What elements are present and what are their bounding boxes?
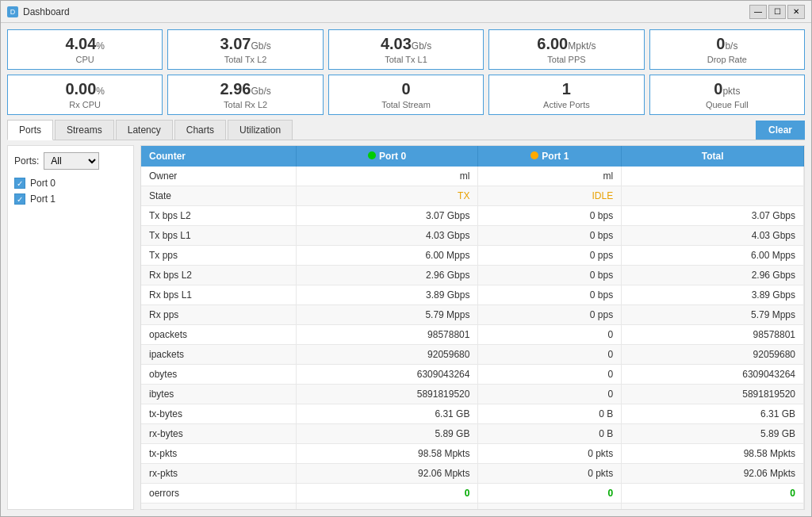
table-row: opackets98578801098578801 xyxy=(141,325,804,345)
port1-cell: 0 B xyxy=(478,424,622,444)
table-row: Tx pps6.00 Mpps0 pps6.00 Mpps xyxy=(141,246,804,266)
port0-cell: 92.06 Mpkts xyxy=(296,464,478,484)
counter-cell: rx-pkts xyxy=(141,464,296,484)
port0-cell: 0 xyxy=(296,484,478,504)
clear-button[interactable]: Clear xyxy=(756,121,805,140)
port-checkbox[interactable] xyxy=(14,178,25,189)
metric-value: 1 xyxy=(497,80,635,98)
window-title: Dashboard xyxy=(23,6,70,17)
metric-value: 0b/s xyxy=(658,35,796,53)
metric-unit: b/s xyxy=(725,40,737,52)
port-list: Port 0Port 1 xyxy=(14,178,127,205)
total-cell: 92059680 xyxy=(622,345,804,365)
port-label: Port 0 xyxy=(30,178,56,189)
metric-label: Active Ports xyxy=(497,100,635,109)
tab-streams[interactable]: Streams xyxy=(55,120,114,140)
counter-cell: rx-bytes xyxy=(141,424,296,444)
metric-unit: % xyxy=(96,86,105,97)
counter-cell: Tx bps L1 xyxy=(141,226,296,246)
total-cell: 5.89 GB xyxy=(622,424,804,444)
metric-card: 0.00%Rx CPU xyxy=(7,75,163,115)
table-row: Rx pps5.79 Mpps0 pps5.79 Mpps xyxy=(141,305,804,325)
metric-value: 2.96Gb/s xyxy=(176,80,314,98)
counter-cell: ibytes xyxy=(141,385,296,404)
sidebar: Ports: AllPort 0Port 1 Port 0Port 1 xyxy=(7,145,134,510)
port0-cell: 3.07 Gbps xyxy=(296,206,478,226)
metric-card: 4.04%CPU xyxy=(7,29,163,70)
port1-cell: 0 pkts xyxy=(478,444,622,464)
tabs-bar: PortsStreamsLatencyChartsUtilizationClea… xyxy=(7,120,805,140)
total-cell xyxy=(622,186,804,206)
metric-unit: Mpkt/s xyxy=(568,40,596,52)
port0-cell: 98.58 Mpkts xyxy=(296,444,478,464)
metric-unit: pkts xyxy=(722,86,740,97)
metric-card: 0pktsQueue Full xyxy=(649,75,805,115)
counter-cell: oerrors xyxy=(141,484,296,504)
total-cell: 6.00 Mpps xyxy=(622,246,804,266)
tab-utilization[interactable]: Utilization xyxy=(228,120,293,140)
counter-cell: ierrors xyxy=(141,504,296,511)
counter-cell: ipackets xyxy=(141,345,296,365)
table-row: Rx bps L13.89 Gbps0 bps3.89 Gbps xyxy=(141,285,804,305)
port0-cell: 98578801 xyxy=(296,325,478,345)
total-cell: 98578801 xyxy=(622,325,804,345)
metric-unit: % xyxy=(96,40,105,52)
port-item: Port 0 xyxy=(14,178,127,189)
window-controls: — ☐ ✕ xyxy=(749,5,805,19)
metric-card: 0b/sDrop Rate xyxy=(649,29,805,70)
col-header-counter: Counter xyxy=(141,146,296,167)
port-checkbox[interactable] xyxy=(14,193,25,205)
port0-cell: 4.03 Gbps xyxy=(296,226,478,246)
metric-label: Queue Full xyxy=(658,100,796,109)
metric-label: Total PPS xyxy=(497,55,635,64)
counter-cell: Rx bps L2 xyxy=(141,266,296,285)
table-header-row: CounterPort 0Port 1Total xyxy=(141,146,804,167)
title-bar: D Dashboard — ☐ ✕ xyxy=(1,1,811,23)
metric-unit: Gb/s xyxy=(412,40,431,52)
metric-label: Total Stream xyxy=(337,100,475,109)
metric-label: Drop Rate xyxy=(658,55,796,64)
restore-button[interactable]: ☐ xyxy=(768,5,786,19)
metric-value: 0pkts xyxy=(658,80,796,98)
counter-cell: Tx pps xyxy=(141,246,296,266)
tab-ports[interactable]: Ports xyxy=(7,120,53,140)
total-cell: 6309043264 xyxy=(622,365,804,385)
col-header-total: Total xyxy=(622,146,804,167)
port0-cell: 6.31 GB xyxy=(296,404,478,424)
stats-table: CounterPort 0Port 1Total OwnermlmlStateT… xyxy=(141,146,804,510)
metric-label: Total Rx L2 xyxy=(176,100,314,109)
table-row: StateTXIDLE xyxy=(141,186,804,206)
close-button[interactable]: ✕ xyxy=(787,5,805,19)
minimize-button[interactable]: — xyxy=(749,5,767,19)
port1-cell: 0 xyxy=(478,484,622,504)
total-cell: 0 xyxy=(622,484,804,504)
port1-cell: 0 bps xyxy=(478,226,622,246)
port-label: Port 1 xyxy=(30,193,56,205)
metrics-row-1: 4.04%CPU3.07Gb/sTotal Tx L24.03Gb/sTotal… xyxy=(7,29,805,70)
tab-content: Ports: AllPort 0Port 1 Port 0Port 1 Coun… xyxy=(7,145,805,510)
metric-card: 6.00Mpkt/sTotal PPS xyxy=(488,29,644,70)
port0-cell: TX xyxy=(296,186,478,206)
port1-cell: 0 bps xyxy=(478,266,622,285)
metrics-row-2: 0.00%Rx CPU2.96Gb/sTotal Rx L20Total Str… xyxy=(7,75,805,115)
total-cell: 0 xyxy=(622,504,804,511)
counter-cell: tx-bytes xyxy=(141,404,296,424)
counter-cell: State xyxy=(141,186,296,206)
table-row: rx-pkts92.06 Mpkts0 pkts92.06 Mpkts xyxy=(141,464,804,484)
tab-latency[interactable]: Latency xyxy=(116,120,173,140)
metric-card: 1Active Ports xyxy=(488,75,644,115)
table-row: ipackets92059680092059680 xyxy=(141,345,804,365)
total-cell: 5.79 Mpps xyxy=(622,305,804,325)
metric-label: Total Tx L2 xyxy=(176,55,314,64)
tab-charts[interactable]: Charts xyxy=(174,120,226,140)
main-window: D Dashboard — ☐ ✕ 4.04%CPU3.07Gb/sTotal … xyxy=(0,0,812,517)
counter-cell: tx-pkts xyxy=(141,444,296,464)
port0-cell: 2.96 Gbps xyxy=(296,266,478,285)
port1-cell: 0 xyxy=(478,365,622,385)
ports-select[interactable]: AllPort 0Port 1 xyxy=(44,152,99,170)
port1-cell: 0 pps xyxy=(478,305,622,325)
port1-cell: 0 bps xyxy=(478,206,622,226)
counter-cell: Rx pps xyxy=(141,305,296,325)
port1-cell: ml xyxy=(478,167,622,186)
metric-value: 4.04% xyxy=(16,35,154,53)
